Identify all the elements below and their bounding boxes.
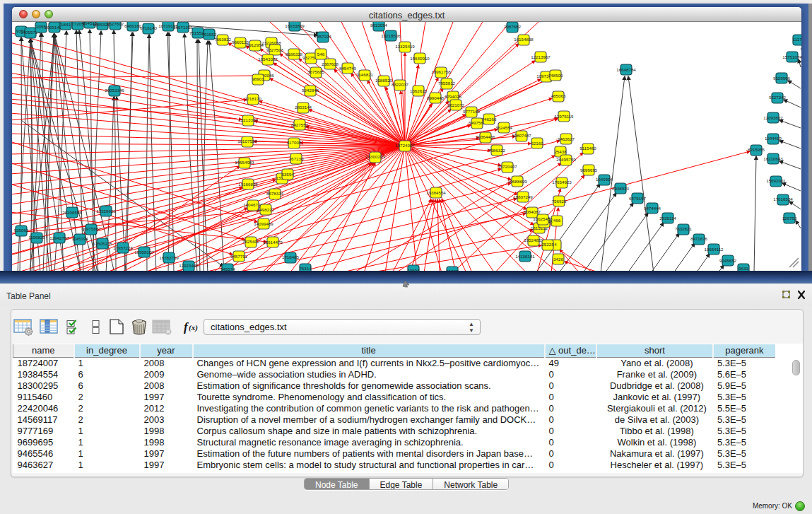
svg-text:19654983: 19654983: [235, 160, 254, 165]
svg-text:12213389: 12213389: [238, 117, 258, 122]
svg-text:126753: 126753: [782, 216, 797, 221]
svg-text:8938923: 8938923: [612, 186, 630, 191]
svg-text:20364436: 20364436: [476, 134, 495, 139]
svg-text:8990448: 8990448: [427, 95, 445, 100]
svg-text:20206556: 20206556: [62, 210, 82, 215]
svg-text:76314: 76314: [299, 266, 312, 271]
svg-text:1588520: 1588520: [375, 78, 393, 83]
svg-text:9115460: 9115460: [579, 146, 596, 151]
svg-text:12942757: 12942757: [49, 235, 69, 240]
svg-text:17654923: 17654923: [552, 180, 572, 185]
svg-text:1841: 1841: [61, 22, 71, 27]
svg-text:466: 466: [553, 218, 561, 223]
svg-text:935061: 935061: [14, 228, 29, 233]
svg-text:3624554: 3624554: [495, 125, 513, 130]
svg-text:12975115: 12975115: [554, 114, 574, 119]
svg-text:62160: 62160: [531, 141, 543, 146]
svg-text:10025453: 10025453: [533, 216, 553, 221]
svg-text:8322037: 8322037: [392, 82, 409, 87]
svg-text:16210643: 16210643: [763, 156, 783, 161]
svg-text:12505135: 12505135: [93, 241, 112, 246]
svg-text:748500: 748500: [548, 73, 563, 78]
svg-text:8471676: 8471676: [690, 236, 708, 241]
svg-text:8215955: 8215955: [748, 147, 765, 152]
svg-text:10107554: 10107554: [237, 139, 257, 144]
svg-text:16782759: 16782759: [159, 255, 179, 260]
svg-text:16961758: 16961758: [431, 69, 451, 74]
svg-text:17957223: 17957223: [113, 245, 133, 250]
svg-text:10694: 10694: [407, 268, 420, 271]
svg-text:267130: 267130: [289, 156, 304, 161]
svg-text:16914479: 16914479: [263, 240, 283, 245]
svg-text:2803144: 2803144: [295, 105, 312, 110]
svg-text:9631: 9631: [739, 266, 748, 271]
svg-text:18807249: 18807249: [513, 194, 533, 199]
svg-text:15692901: 15692901: [766, 178, 786, 183]
svg-text:9498222: 9498222: [257, 207, 275, 212]
svg-text:(x): (x): [189, 323, 198, 332]
svg-text:17359928: 17359928: [96, 209, 116, 214]
svg-text:9463627: 9463627: [558, 136, 575, 141]
svg-text:7357224: 7357224: [314, 34, 332, 39]
svg-text:8678334: 8678334: [266, 191, 284, 196]
svg-text:756928: 756928: [552, 199, 567, 204]
svg-text:3426: 3426: [553, 257, 563, 262]
svg-text:10688609: 10688609: [507, 179, 527, 184]
svg-text:16648784: 16648784: [616, 67, 636, 72]
svg-text:41205: 41205: [446, 269, 459, 271]
svg-text:14099489: 14099489: [254, 221, 273, 226]
svg-text:751552: 751552: [202, 32, 217, 37]
svg-text:9329966: 9329966: [773, 76, 791, 81]
svg-text:10975887: 10975887: [81, 226, 101, 231]
svg-text:8454749: 8454749: [339, 66, 357, 71]
svg-text:6479197: 6479197: [629, 196, 647, 201]
svg-text:7632621: 7632621: [675, 226, 693, 231]
svg-text:25225: 25225: [541, 242, 554, 247]
svg-text:8813054: 8813054: [370, 23, 388, 28]
svg-text:10543382: 10543382: [258, 57, 278, 62]
svg-text:10807487: 10807487: [512, 133, 531, 138]
svg-text:9699695: 9699695: [580, 168, 598, 173]
svg-text:1621072: 1621072: [447, 103, 465, 107]
svg-text:15751074: 15751074: [782, 54, 801, 59]
svg-text:1527602: 1527602: [107, 22, 124, 26]
svg-text:1156829: 1156829: [28, 235, 45, 240]
svg-text:7955812: 7955812: [438, 81, 456, 86]
svg-text:16671355: 16671355: [173, 25, 193, 30]
svg-text:4: 4: [554, 242, 557, 247]
svg-text:20053346: 20053346: [105, 88, 124, 93]
svg-text:19384554: 19384554: [426, 190, 446, 195]
svg-text:9242848: 9242848: [302, 88, 319, 93]
svg-text:9227342: 9227342: [769, 95, 787, 100]
svg-text:14136141: 14136141: [515, 254, 535, 259]
svg-text:546: 546: [317, 52, 325, 57]
svg-text:2087682: 2087682: [504, 24, 522, 29]
svg-text:12923446: 12923446: [179, 263, 199, 268]
svg-text:6794028: 6794028: [445, 94, 462, 99]
svg-text:945574: 945574: [220, 267, 235, 271]
svg-text:9777169: 9777169: [463, 109, 481, 114]
svg-text:19524851: 19524851: [524, 238, 543, 243]
svg-text:7986322: 7986322: [488, 148, 506, 153]
svg-text:2718170: 2718170: [245, 96, 262, 101]
svg-text:10958107: 10958107: [134, 250, 154, 255]
svg-text:25438: 25438: [554, 149, 567, 154]
svg-text:26495759: 26495759: [556, 157, 576, 162]
svg-text:7625402: 7625402: [242, 239, 260, 244]
svg-text:6466160: 6466160: [124, 23, 142, 28]
svg-text:1640954: 1640954: [596, 177, 613, 182]
svg-text:9327503: 9327503: [266, 47, 284, 52]
svg-text:12213967: 12213967: [531, 54, 551, 59]
svg-text:8186328: 8186328: [286, 52, 303, 57]
svg-text:9474444: 9474444: [644, 206, 661, 211]
svg-text:23300203: 23300203: [365, 154, 385, 159]
svg-text:746266: 746266: [482, 117, 497, 122]
svg-text:9084067: 9084067: [524, 209, 541, 214]
svg-text:19166825: 19166825: [238, 182, 258, 187]
svg-text:2935114: 2935114: [659, 216, 676, 221]
svg-text:53594: 53594: [281, 172, 294, 177]
svg-text:16033809: 16033809: [285, 23, 305, 28]
svg-text:17016534: 17016534: [773, 197, 793, 201]
svg-text:10654112: 10654112: [704, 247, 724, 252]
svg-text:15640910: 15640910: [410, 56, 430, 61]
